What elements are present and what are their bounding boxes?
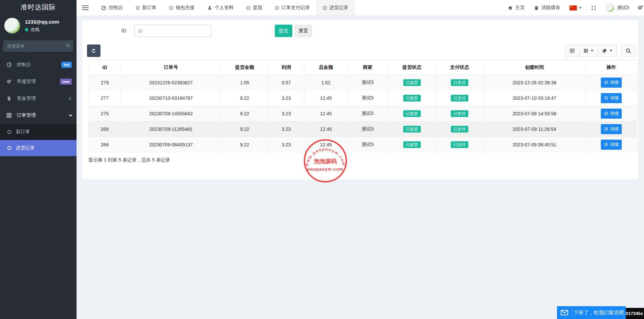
action-cell: 详情	[586, 121, 637, 137]
content-card: ID 提交 重置	[82, 20, 638, 179]
columns-button[interactable]	[579, 45, 598, 57]
table-search-button[interactable]	[621, 45, 636, 57]
table-row: 27920231226-023838271.050.571.62测试5已提货已支…	[89, 75, 637, 90]
user-panel: 1233@qq.com 在线	[0, 14, 77, 38]
status-cell: 已支付	[436, 75, 484, 90]
tab-label: 新订单	[142, 5, 156, 11]
records-table: ID订单号提货金额利润总金额商家提货状态支付状态创建时间操作2792023122…	[88, 60, 637, 152]
language-dropdown[interactable]	[565, 0, 586, 16]
home-icon	[508, 5, 513, 10]
detail-button[interactable]: 详情	[601, 78, 622, 88]
table-cell: 测试5	[348, 121, 388, 137]
detail-button[interactable]: 详情	[601, 140, 622, 150]
action-cell: 详情	[586, 90, 637, 106]
table-cell: 9.22	[221, 121, 268, 137]
table-cell: 1.05	[221, 75, 268, 90]
tab-dashboard[interactable]: 控制台	[95, 0, 129, 16]
id-filter-input[interactable]	[134, 25, 211, 37]
column-header: 操作	[586, 60, 637, 75]
tab-wallet-recharge[interactable]: 钱包充值	[163, 0, 201, 16]
status-badge: 已支付	[451, 141, 468, 148]
reset-button[interactable]: 重置	[295, 25, 312, 37]
sidebar-item-label: 控制台	[17, 62, 31, 68]
status-cell: 已支付	[436, 106, 484, 121]
navbar-right: 主页 清除缓存 测试5	[503, 0, 644, 16]
detail-button[interactable]: 详情	[601, 124, 622, 134]
tab-withdraw[interactable]: 提现	[240, 0, 269, 16]
username-label: 测试5	[617, 5, 629, 11]
status-cell: 已支付	[436, 137, 484, 152]
clear-cache-button[interactable]: 清除缓存	[529, 0, 565, 16]
submenu-item-label: 进货记录	[16, 145, 35, 151]
trash-icon	[534, 5, 539, 10]
table-toolbar	[565, 45, 636, 57]
submenu-item-purchase-records[interactable]: 进货记录	[0, 140, 77, 156]
user-email: 1233@qq.com	[25, 19, 59, 25]
tab-purchase-records[interactable]: 进货记录	[316, 0, 355, 16]
table-row: 27720230710-031847879.223.2312.45测试5已提货已…	[89, 90, 637, 106]
sidebar-item-orders[interactable]: 订单管理	[0, 107, 77, 124]
hamburger-icon[interactable]	[82, 4, 89, 11]
sidebar-item-dashboard[interactable]: 控制台 hot	[0, 56, 77, 73]
brand-title: 准时达国际	[0, 0, 77, 14]
status-badge: 已支付	[451, 110, 468, 117]
status-badge: 已提货	[403, 95, 421, 102]
fullscreen-button[interactable]	[586, 0, 601, 16]
refresh-button[interactable]	[87, 45, 100, 57]
detail-view-button[interactable]	[565, 45, 579, 57]
sidebar-item-label: 订单管理	[17, 112, 36, 118]
status-cell: 已支付	[436, 90, 484, 106]
id-filter-label: ID	[114, 28, 126, 33]
detail-button[interactable]: 详情	[601, 109, 622, 119]
circle-icon	[275, 6, 279, 10]
export-button[interactable]	[598, 45, 617, 57]
home-label: 主页	[515, 5, 525, 11]
chat-widget[interactable]: 下班了，给我们留言吧	[557, 306, 626, 319]
column-header: 订单号	[121, 60, 221, 75]
tab-new-order[interactable]: 新订单	[129, 0, 163, 16]
table-cell: 12.45	[304, 137, 348, 152]
avatar[interactable]	[4, 18, 20, 34]
home-button[interactable]: 主页	[503, 0, 529, 16]
circle-icon	[323, 6, 327, 10]
status-badge: 已支付	[451, 126, 468, 133]
detail-button[interactable]: 详情	[601, 93, 622, 103]
envelope-icon	[557, 309, 572, 316]
action-cell: 详情	[586, 137, 637, 152]
chevron-down-icon	[69, 113, 72, 117]
table-cell: 12.45	[304, 121, 348, 137]
sidebar-item-label: 资金管理	[17, 95, 36, 102]
china-flag-icon	[569, 5, 577, 10]
sidebar-item-general[interactable]: 常规管理 new	[0, 73, 77, 90]
table-cell: 20230709-11265481	[121, 121, 221, 137]
columns-grid-icon	[583, 48, 588, 53]
submit-button[interactable]: 提交	[275, 25, 292, 37]
table-cell: 12.45	[304, 90, 348, 106]
settings-button[interactable]	[634, 0, 644, 16]
search-icon	[66, 43, 70, 49]
action-cell: 详情	[586, 106, 637, 121]
avatar	[606, 3, 614, 12]
nav-tabs: 控制台 新订单 钱包充值 个人资料 提现 订单支付记录 进货记录	[95, 0, 355, 16]
column-header: 创建时间	[484, 60, 586, 75]
detail-view-icon	[569, 48, 575, 53]
online-dot-icon	[25, 28, 28, 31]
tab-order-payments[interactable]: 订单支付记录	[269, 0, 316, 16]
sidebar-item-funds[interactable]: ฿ 资金管理	[0, 90, 77, 107]
table-cell: 测试5	[348, 75, 388, 90]
table-row: 26920230709-112654819.223.2312.45测试5已提货已…	[89, 121, 637, 137]
table-row: 26820230709-084051379.223.2312.45测试5已提货已…	[89, 137, 637, 152]
user-menu[interactable]: 测试5	[601, 0, 634, 16]
menu-search-input[interactable]	[3, 40, 73, 52]
table-cell: 279	[89, 75, 121, 90]
column-header: 利润	[268, 60, 304, 75]
tab-profile[interactable]: 个人资料	[201, 0, 240, 16]
status-cell: 已提货	[388, 75, 436, 90]
table-cell: 0.57	[268, 75, 304, 90]
sidebar: 准时达国际 1233@qq.com 在线 控制台 hot 常规管理 new	[0, 0, 77, 319]
status-cell: 已提货	[388, 137, 436, 152]
table-cell: 9.22	[221, 90, 268, 106]
table-cell: 1.62	[304, 75, 348, 90]
submenu-item-new-order[interactable]: 新订单	[0, 124, 77, 140]
sidebar-menu: 控制台 hot 常规管理 new ฿ 资金管理 订单管理 新订单	[0, 56, 77, 156]
